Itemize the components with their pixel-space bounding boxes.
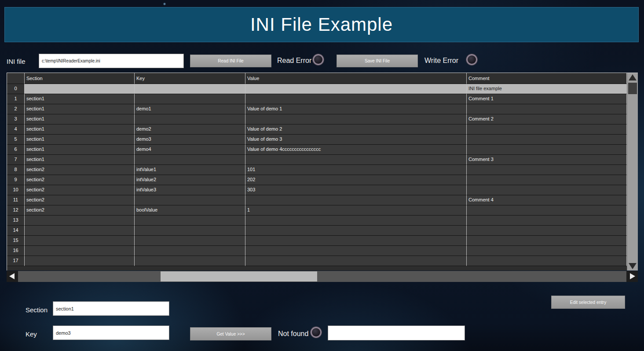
- key-cell[interactable]: demo1: [135, 104, 245, 114]
- comment-cell[interactable]: [467, 145, 627, 155]
- read-ini-file-button[interactable]: Read INI File: [190, 55, 271, 67]
- scroll-left-arrow-icon[interactable]: [7, 271, 18, 282]
- comment-cell[interactable]: [467, 256, 627, 266]
- section-input[interactable]: [53, 301, 169, 316]
- value-cell[interactable]: Value of demo 1: [245, 104, 467, 114]
- comment-cell[interactable]: [467, 205, 627, 216]
- section-cell[interactable]: section1: [25, 104, 135, 114]
- comment-cell[interactable]: INI file example: [467, 84, 627, 94]
- value-cell[interactable]: 303: [245, 185, 467, 195]
- comment-cell[interactable]: Comment 2: [467, 114, 627, 124]
- key-cell[interactable]: boolValue: [135, 205, 245, 216]
- section-cell[interactable]: section2: [25, 175, 135, 185]
- section-cell[interactable]: [25, 236, 135, 246]
- value-cell[interactable]: [245, 236, 467, 246]
- scroll-up-arrow-icon[interactable]: [629, 74, 637, 80]
- section-cell[interactable]: [25, 84, 135, 94]
- key-cell[interactable]: intValue2: [135, 175, 245, 185]
- key-cell[interactable]: demo4: [135, 145, 245, 155]
- table-row[interactable]: 13: [7, 216, 627, 226]
- key-cell[interactable]: [135, 114, 245, 124]
- table-row[interactable]: 3section1Comment 2: [7, 114, 627, 124]
- value-cell[interactable]: [245, 226, 467, 236]
- section-cell[interactable]: [25, 256, 135, 266]
- table-row[interactable]: 6section1demo4Value of demo 4ccccccccccc…: [7, 145, 627, 155]
- comment-cell[interactable]: [467, 124, 627, 135]
- vertical-scrollbar-thumb[interactable]: [628, 83, 637, 94]
- section-cell[interactable]: section1: [25, 124, 135, 135]
- key-input[interactable]: [53, 325, 169, 340]
- key-cell[interactable]: intValue3: [135, 185, 245, 195]
- table-row[interactable]: 17: [7, 256, 627, 266]
- ini-file-path-input[interactable]: [39, 54, 184, 68]
- section-cell[interactable]: section2: [25, 185, 135, 195]
- value-cell[interactable]: 1: [245, 205, 467, 216]
- section-cell[interactable]: [25, 216, 135, 226]
- value-cell[interactable]: [245, 94, 467, 104]
- scroll-down-arrow-icon[interactable]: [629, 263, 637, 269]
- table-row[interactable]: 4section1demo2Value of demo 2: [7, 124, 627, 135]
- value-cell[interactable]: [245, 155, 467, 165]
- table-row[interactable]: 1section1Comment 1: [7, 94, 627, 104]
- vertical-scrollbar[interactable]: [627, 73, 638, 271]
- section-cell[interactable]: section1: [25, 114, 135, 124]
- comment-cell[interactable]: [467, 135, 627, 145]
- value-cell[interactable]: Value of demo 3: [245, 135, 467, 145]
- key-cell[interactable]: demo2: [135, 124, 245, 135]
- section-cell[interactable]: section1: [25, 145, 135, 155]
- key-cell[interactable]: intValue1: [135, 165, 245, 175]
- key-cell[interactable]: [135, 94, 245, 104]
- comment-cell[interactable]: [467, 236, 627, 246]
- table-row[interactable]: 14: [7, 226, 627, 236]
- value-cell[interactable]: [245, 246, 467, 256]
- section-cell[interactable]: section2: [25, 205, 135, 216]
- section-cell[interactable]: [25, 226, 135, 236]
- table-row[interactable]: 2section1demo1Value of demo 1: [7, 104, 627, 114]
- value-cell[interactable]: Value of demo 2: [245, 124, 467, 135]
- key-cell[interactable]: [135, 216, 245, 226]
- section-cell[interactable]: section1: [25, 94, 135, 104]
- key-cell[interactable]: [135, 226, 245, 236]
- key-cell[interactable]: [135, 246, 245, 256]
- value-cell[interactable]: [245, 256, 467, 266]
- comment-cell[interactable]: [467, 104, 627, 114]
- get-value-button[interactable]: Get Value >>>: [190, 327, 271, 340]
- key-cell[interactable]: [135, 256, 245, 266]
- value-cell[interactable]: 101: [245, 165, 467, 175]
- comment-cell[interactable]: Comment 4: [467, 195, 627, 205]
- section-cell[interactable]: [25, 246, 135, 256]
- section-cell[interactable]: section1: [25, 135, 135, 145]
- key-cell[interactable]: [135, 155, 245, 165]
- section-cell[interactable]: section2: [25, 165, 135, 175]
- table-row[interactable]: 12section2boolValue1: [7, 205, 627, 216]
- value-cell[interactable]: [245, 114, 467, 124]
- table-row[interactable]: 15: [7, 236, 627, 246]
- key-cell[interactable]: [135, 195, 245, 205]
- table-row[interactable]: 0INI file example: [7, 84, 627, 94]
- comment-cell[interactable]: [467, 185, 627, 195]
- comment-cell[interactable]: [467, 216, 627, 226]
- value-cell[interactable]: [245, 216, 467, 226]
- comment-cell[interactable]: [467, 165, 627, 175]
- horizontal-scrollbar[interactable]: [7, 271, 638, 282]
- comment-cell[interactable]: Comment 3: [467, 155, 627, 165]
- comment-cell[interactable]: [467, 175, 627, 185]
- table-row[interactable]: 8section2intValue1101: [7, 165, 627, 175]
- table-row[interactable]: 11section2Comment 4: [7, 195, 627, 205]
- horizontal-scrollbar-thumb[interactable]: [161, 271, 317, 282]
- save-ini-file-button[interactable]: Save INI File: [337, 55, 418, 67]
- table-row[interactable]: 5section1demo3Value of demo 3: [7, 135, 627, 145]
- key-cell[interactable]: [135, 84, 245, 94]
- table-row[interactable]: 7section1Comment 3: [7, 155, 627, 165]
- key-cell[interactable]: [135, 236, 245, 246]
- value-cell[interactable]: 202: [245, 175, 467, 185]
- value-cell[interactable]: [245, 195, 467, 205]
- section-cell[interactable]: section2: [25, 195, 135, 205]
- table-row[interactable]: 9section2intValue2202: [7, 175, 627, 185]
- value-cell[interactable]: [245, 84, 467, 94]
- section-cell[interactable]: section1: [25, 155, 135, 165]
- comment-cell[interactable]: [467, 246, 627, 256]
- comment-cell[interactable]: [467, 226, 627, 236]
- scroll-right-arrow-icon[interactable]: [626, 271, 638, 282]
- comment-cell[interactable]: Comment 1: [467, 94, 627, 104]
